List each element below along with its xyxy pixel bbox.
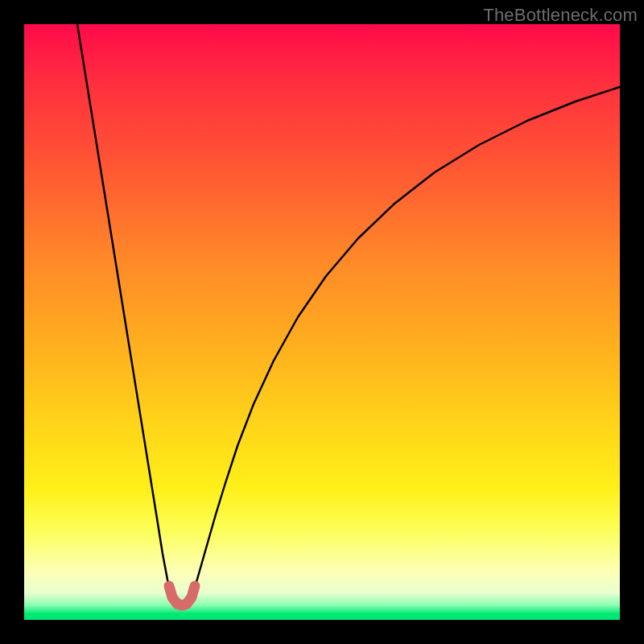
- bottleneck-curve: [77, 24, 620, 605]
- sweet-spot-marker: [169, 586, 195, 605]
- outer-frame: TheBottleneck.com: [0, 0, 644, 644]
- gradient-plot-area: [24, 24, 620, 620]
- watermark-text: TheBottleneck.com: [483, 5, 638, 26]
- curve-layer: [24, 24, 620, 620]
